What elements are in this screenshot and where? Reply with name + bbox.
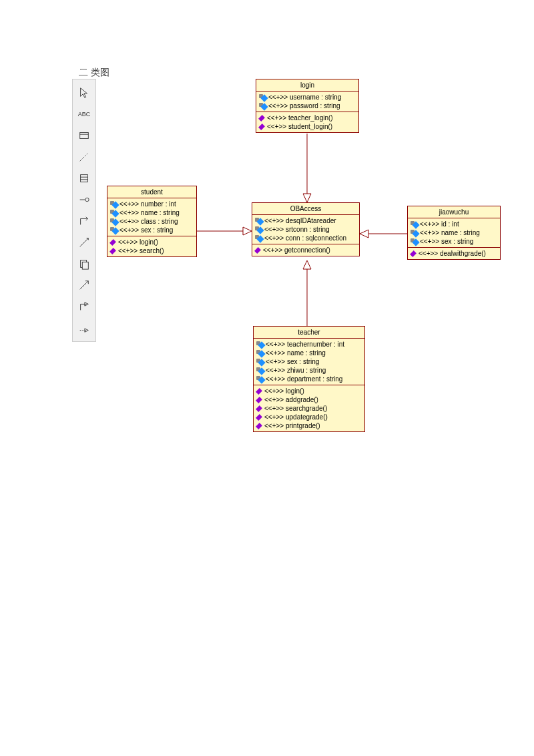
- class-attributes: <<+>> desqIDAtareader <<+>> srtconn : st…: [252, 215, 359, 244]
- pointer-tool[interactable]: [75, 83, 93, 102]
- svg-point-7: [85, 198, 89, 201]
- class-student[interactable]: student <<+>> number : int <<+>> name : …: [107, 186, 197, 257]
- class-jiaowuchu[interactable]: jiaowuchu <<+>> id : int <<+>> name : st…: [407, 206, 501, 260]
- class-name: student: [107, 186, 196, 198]
- class-attributes: <<+>> id : int <<+>> name : string <<+>>…: [408, 218, 500, 248]
- svg-rect-10: [82, 262, 88, 269]
- arrow-login-obaccess: [300, 134, 314, 202]
- copy-tool[interactable]: [75, 254, 93, 273]
- class-methods: <<+>> teacher_login() <<+>> student_logi…: [256, 112, 358, 132]
- class-name: jiaowuchu: [408, 206, 500, 218]
- svg-marker-18: [360, 230, 368, 238]
- text-tool[interactable]: ABC: [75, 105, 93, 124]
- svg-rect-0: [80, 133, 89, 139]
- class-methods: <<+>> dealwithgrade(): [408, 248, 500, 259]
- dashed-arrow-tool[interactable]: [75, 319, 93, 337]
- arrow-tool[interactable]: [75, 276, 93, 295]
- line-tool[interactable]: [75, 148, 93, 166]
- class-name: teacher: [254, 327, 364, 339]
- class-name: login: [256, 79, 358, 91]
- arrow-teacher-obaccess: [300, 260, 314, 326]
- class-teacher[interactable]: teacher <<+>> teachernumber : int <<+>> …: [253, 326, 365, 432]
- page-title: 二 类图: [79, 67, 109, 79]
- class-attributes: <<+>> teachernumber : int <<+>> name : s…: [254, 339, 364, 385]
- svg-marker-16: [243, 227, 252, 235]
- svg-line-11: [80, 281, 89, 290]
- class-attributes: <<+>> username : string <<+>> password :…: [256, 91, 358, 112]
- class-attributes: <<+>> number : int <<+>> name : string <…: [107, 198, 196, 236]
- arrow-student-obaccess: [197, 224, 252, 238]
- class-methods: <<+>> login() <<+>> search(): [107, 236, 196, 256]
- svg-line-2: [80, 153, 89, 162]
- svg-marker-14: [303, 194, 311, 202]
- uml-toolbar: ABC: [72, 79, 96, 342]
- elbow2-tool[interactable]: [75, 297, 93, 316]
- class-methods: <<+>> getconnection(): [252, 244, 359, 256]
- class-methods: <<+>> login() <<+>> addgrade() <<+>> sea…: [254, 385, 364, 431]
- note-tool[interactable]: [75, 126, 93, 145]
- package-tool[interactable]: [75, 169, 93, 188]
- svg-marker-20: [303, 260, 311, 269]
- dashed-line-tool[interactable]: [75, 233, 93, 252]
- diagram-canvas: login <<+>> username : string <<+>> pass…: [97, 79, 507, 729]
- class-login[interactable]: login <<+>> username : string <<+>> pass…: [256, 79, 359, 133]
- class-name: OBAccess: [252, 203, 359, 215]
- class-obaccess[interactable]: OBAccess <<+>> desqIDAtareader <<+>> srt…: [252, 202, 360, 256]
- elbow-tool[interactable]: [75, 212, 93, 230]
- interface-tool[interactable]: [75, 190, 93, 209]
- arrow-jiaowuchu-obaccess: [360, 227, 407, 240]
- svg-line-8: [80, 238, 89, 247]
- svg-rect-3: [81, 175, 88, 182]
